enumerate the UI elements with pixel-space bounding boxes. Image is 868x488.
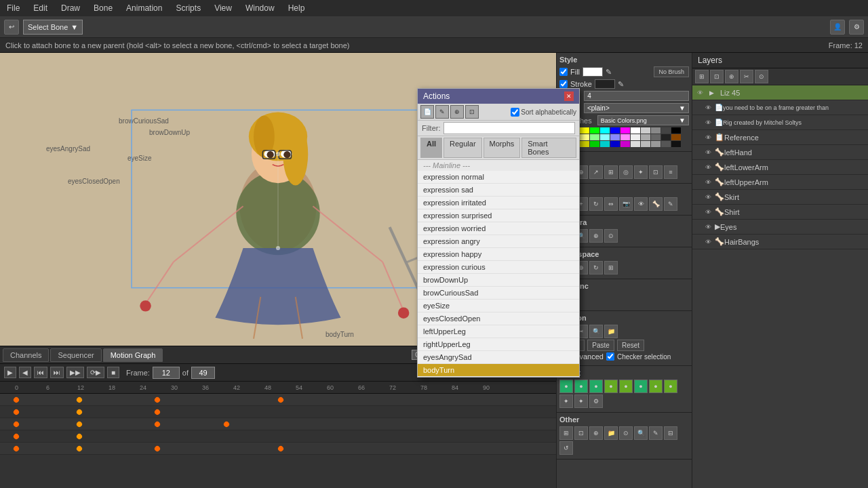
color-dimgray[interactable]	[651, 141, 660, 147]
action-eyesangrysad[interactable]: eyesAngrySad	[418, 351, 579, 364]
keyframe[interactable]	[277, 445, 284, 452]
loop-play-button[interactable]: ⟳▶	[87, 367, 104, 378]
pixeton-tool-3[interactable]: 🔍	[589, 325, 603, 338]
actions-tab-smartbones[interactable]: Smart Bones	[521, 138, 576, 158]
color-medgray[interactable]	[641, 134, 650, 140]
keyframe[interactable]	[75, 396, 83, 403]
bone-tool-4[interactable]: ⊞	[604, 165, 618, 179]
frame-input[interactable]	[153, 367, 180, 379]
bone-tool-6[interactable]: ✦	[634, 165, 648, 179]
reset-button[interactable]: Reset	[617, 340, 644, 351]
smart-tool-7[interactable]: ●	[649, 380, 663, 393]
action-eyesize[interactable]: eyeSize	[418, 300, 579, 312]
color-white[interactable]	[631, 127, 640, 134]
layer-skirt[interactable]: 👁 🦴 Skirt	[692, 190, 868, 205]
camera-tool-3[interactable]: ⊕	[589, 229, 603, 243]
menu-draw[interactable]: Draw	[58, 2, 83, 14]
layer-lefthand[interactable]: 👁 🦴 leftHand	[692, 145, 868, 160]
stroke-eyedropper-icon[interactable]: ✎	[618, 80, 624, 89]
fill-color-swatch[interactable]	[583, 67, 603, 77]
camera-tool-4[interactable]: ⊙	[604, 229, 618, 243]
actions-tool-1[interactable]: 📄	[420, 105, 434, 119]
keyframe[interactable]	[12, 408, 20, 415]
color-darkgray[interactable]	[661, 127, 671, 134]
color-lightgreen[interactable]	[590, 134, 599, 140]
actions-tool-3[interactable]: ⊕	[450, 105, 464, 119]
layer-rig[interactable]: 👁 📄 Rig created by Mitchel Soltys	[692, 115, 868, 130]
color-lavender[interactable]	[620, 134, 630, 140]
color-darkmagenta[interactable]	[620, 141, 630, 147]
smart-tool-3[interactable]: ●	[589, 380, 603, 393]
keyframe[interactable]	[12, 420, 20, 428]
smart-tool-1[interactable]: ●	[559, 380, 573, 393]
layer-hairbangs[interactable]: 👁 🦴 HairBangs	[692, 235, 868, 249]
color-blue[interactable]	[610, 127, 620, 134]
layer-tool-eye[interactable]: 👁	[634, 197, 648, 211]
action-leftupperleg[interactable]: leftUpperLeg	[418, 325, 579, 338]
tab-sequencer[interactable]: Sequencer	[50, 348, 101, 362]
action-expression-curious[interactable]: expression curious	[418, 261, 579, 274]
prev-frame-button[interactable]: ◀	[19, 367, 31, 378]
eye-icon[interactable]: 👁	[703, 192, 713, 202]
checker-checkbox[interactable]	[606, 352, 614, 361]
action-expression-angry[interactable]: expression angry	[418, 235, 579, 248]
color-darkblue[interactable]	[610, 141, 620, 147]
layers-tool-5[interactable]: ⊙	[755, 70, 768, 83]
tab-motion-graph[interactable]: Motion Graph	[103, 348, 163, 362]
keyframe[interactable]	[153, 420, 161, 428]
no-brush-button[interactable]: No Brush	[654, 66, 689, 77]
action-rightupperleg[interactable]: rightUpperLeg	[418, 338, 579, 351]
layer-reference[interactable]: 👁 📋 Reference	[692, 130, 868, 145]
smart-tool-4[interactable]: ●	[604, 380, 618, 393]
next-frame-button[interactable]: ▶▶	[66, 367, 84, 378]
color-cyan[interactable]	[600, 127, 610, 134]
toolbar-settings-icon[interactable]: ⚙	[849, 20, 864, 35]
actions-tab-all[interactable]: All	[420, 138, 442, 158]
color-lightsilver[interactable]	[641, 141, 650, 147]
menu-view[interactable]: View	[212, 2, 235, 14]
smart-tool-2[interactable]: ●	[574, 380, 588, 393]
toolbar-user-icon[interactable]: 👤	[830, 20, 845, 35]
next-keyframe-button[interactable]: ⏭	[50, 367, 64, 378]
eye-icon[interactable]: 👁	[695, 88, 705, 98]
color-magenta[interactable]	[620, 127, 630, 134]
keyframe[interactable]	[75, 408, 83, 415]
other-tool-6[interactable]: 🔍	[634, 426, 648, 440]
keyframe[interactable]	[75, 445, 83, 452]
other-tool-8[interactable]: ⊟	[664, 426, 677, 440]
smart-tool-9[interactable]: ✦	[559, 394, 573, 408]
color-brown[interactable]	[671, 134, 681, 140]
workspace-tool-grid[interactable]: ⊞	[604, 261, 618, 274]
other-tool-7[interactable]: ✎	[649, 426, 663, 440]
actions-tab-regular[interactable]: Regular	[443, 138, 482, 158]
color-slategray[interactable]	[651, 134, 660, 140]
color-green[interactable]	[590, 127, 599, 134]
layers-tool-2[interactable]: ⊡	[710, 70, 724, 83]
layer-tool-camera[interactable]: 📷	[619, 197, 633, 211]
keyframe[interactable]	[153, 396, 161, 403]
color-periwinkle[interactable]	[610, 134, 620, 140]
smart-tool-6[interactable]: ●	[634, 380, 648, 393]
smart-tool-11[interactable]: ⚙	[589, 394, 603, 408]
pixeton-tool-4[interactable]: 📁	[604, 325, 618, 338]
color-darkyellow[interactable]	[580, 141, 589, 147]
layer-liz45[interactable]: 👁 ▶ Liz 45	[692, 85, 868, 100]
color-silver[interactable]	[631, 141, 640, 147]
bone-tool-7[interactable]: ⊡	[649, 165, 663, 179]
layer-tool-bone[interactable]: 🦴	[649, 197, 663, 211]
eye-icon[interactable]: 👁	[703, 133, 713, 142]
smart-tool-5[interactable]: ●	[619, 380, 633, 393]
color-gray[interactable]	[651, 127, 660, 134]
eye-icon[interactable]: 👁	[703, 103, 713, 113]
total-frames-input[interactable]	[191, 367, 215, 379]
color-black[interactable]	[671, 127, 681, 134]
color-darkgreen[interactable]	[590, 141, 599, 147]
filter-input[interactable]	[443, 122, 576, 134]
menu-window[interactable]: Window	[243, 2, 277, 14]
other-tool-5[interactable]: ⊙	[619, 426, 633, 440]
stroke-color-swatch[interactable]	[595, 79, 615, 89]
actions-tool-4[interactable]: ⊡	[465, 105, 479, 119]
color-offwhite[interactable]	[631, 134, 640, 140]
action-expression-normal[interactable]: expression normal	[418, 171, 579, 184]
action-browcurioussad[interactable]: browCuriousSad	[418, 287, 579, 300]
